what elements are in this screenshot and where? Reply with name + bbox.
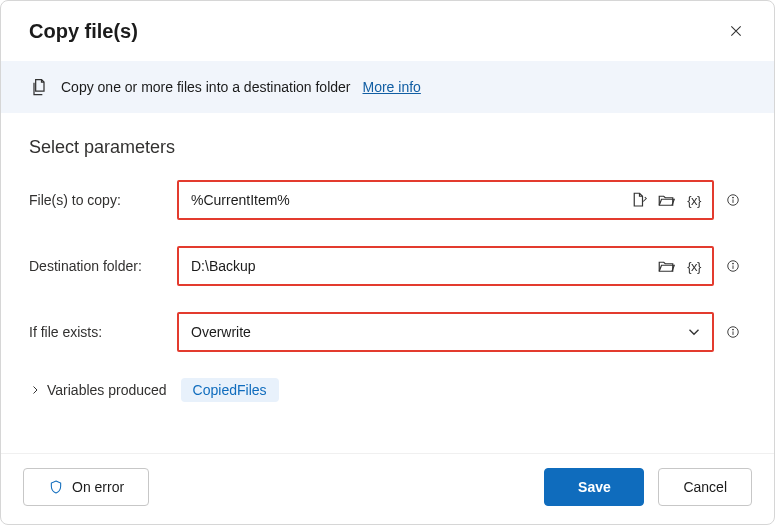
- param-row-exists: If file exists:: [29, 312, 746, 352]
- param-label-exists: If file exists:: [29, 324, 171, 340]
- dest-field-icons: {x}: [656, 256, 704, 276]
- variable-picker-icon[interactable]: {x}: [684, 256, 704, 276]
- files-input[interactable]: [189, 191, 628, 209]
- info-icon: [726, 191, 740, 209]
- svg-point-5: [733, 329, 734, 330]
- dialog-footer: On error Save Cancel: [1, 453, 774, 524]
- dialog-header: Copy file(s): [1, 1, 774, 61]
- info-text: Copy one or more files into a destinatio…: [61, 79, 351, 95]
- param-row-dest: Destination folder: {x}: [29, 246, 746, 286]
- close-button[interactable]: [720, 15, 752, 47]
- info-icon: [726, 323, 740, 341]
- more-info-link[interactable]: More info: [363, 79, 421, 95]
- close-icon: [728, 23, 744, 39]
- info-bar: Copy one or more files into a destinatio…: [1, 61, 774, 113]
- info-button-files[interactable]: [720, 187, 746, 213]
- exists-select[interactable]: [189, 323, 684, 341]
- svg-point-3: [733, 263, 734, 264]
- svg-point-1: [733, 197, 734, 198]
- shield-icon: [48, 479, 64, 495]
- chevron-right-icon: [29, 384, 41, 396]
- browse-folder-icon[interactable]: [656, 190, 676, 210]
- save-button[interactable]: Save: [544, 468, 644, 506]
- pick-file-icon[interactable]: [628, 190, 648, 210]
- exists-field-icons: [684, 322, 704, 342]
- param-row-files: File(s) to copy:: [29, 180, 746, 220]
- variable-chip[interactable]: CopiedFiles: [181, 378, 279, 402]
- on-error-label: On error: [72, 479, 124, 495]
- files-field: {x}: [177, 180, 714, 220]
- info-button-exists[interactable]: [720, 319, 746, 345]
- variable-picker-icon[interactable]: {x}: [684, 190, 704, 210]
- copy-files-dialog: Copy file(s) Copy one or more files into…: [0, 0, 775, 525]
- dest-input[interactable]: [189, 257, 656, 275]
- exists-field[interactable]: [177, 312, 714, 352]
- variables-toggle[interactable]: Variables produced: [29, 382, 167, 398]
- info-button-dest[interactable]: [720, 253, 746, 279]
- chevron-down-icon[interactable]: [684, 322, 704, 342]
- param-label-dest: Destination folder:: [29, 258, 171, 274]
- dialog-body: Select parameters File(s) to copy:: [1, 113, 774, 453]
- dest-field: {x}: [177, 246, 714, 286]
- files-field-icons: {x}: [628, 190, 704, 210]
- param-label-files: File(s) to copy:: [29, 192, 171, 208]
- copy-files-icon: [29, 77, 49, 97]
- on-error-button[interactable]: On error: [23, 468, 149, 506]
- cancel-button[interactable]: Cancel: [658, 468, 752, 506]
- info-icon: [726, 257, 740, 275]
- dialog-title: Copy file(s): [29, 20, 138, 43]
- section-title: Select parameters: [29, 137, 746, 158]
- variables-label: Variables produced: [47, 382, 167, 398]
- browse-folder-icon[interactable]: [656, 256, 676, 276]
- variables-row: Variables produced CopiedFiles: [29, 378, 746, 402]
